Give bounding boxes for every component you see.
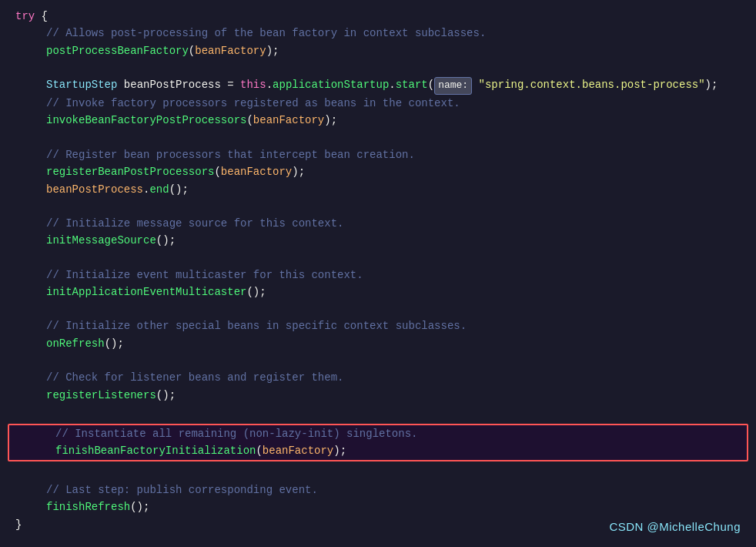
code-line-register-bean: registerBeanPostProcessors(beanFactory); — [0, 163, 756, 180]
code-editor: try { // Allows post-processing of the b… — [0, 0, 756, 547]
empty-line — [0, 129, 756, 146]
code-line-startup: StartupStep beanPostProcess = this . app… — [0, 76, 756, 95]
code-line-end: beanPostProcess.end(); — [0, 181, 756, 198]
empty-line — [0, 352, 756, 369]
code-line-comment3: // Register bean processors that interce… — [0, 146, 756, 163]
empty-line — [0, 300, 756, 317]
code-line-registerlisteners: registerListeners(); — [0, 387, 756, 404]
highlighted-block: // Instantiate all remaining (non-lazy-i… — [8, 424, 748, 461]
code-line-finishrefresh: finishRefresh(); — [0, 498, 756, 515]
code-line-comment2: // Invoke factory processors registered … — [0, 95, 756, 112]
code-line-comment1: // Allows post-processing of the bean fa… — [0, 25, 756, 42]
code-line-invoke: invokeBeanFactoryPostProcessors(beanFact… — [0, 112, 756, 129]
code-line-try: try { — [0, 8, 756, 25]
code-line-onrefresh: onRefresh(); — [0, 335, 756, 352]
watermark: CSDN @MichelleChung — [609, 520, 741, 533]
name-badge: name: — [434, 77, 472, 95]
empty-line — [0, 250, 756, 267]
code-line-comment4: // Initialize message source for this co… — [0, 215, 756, 232]
code-line-initevent: initApplicationEventMulticaster(); — [0, 284, 756, 300]
code-line-finish: finishBeanFactoryInitialization(beanFact… — [9, 442, 747, 459]
empty-line — [0, 59, 756, 76]
empty-line — [0, 404, 756, 421]
code-line-initmessage: initMessageSource(); — [0, 232, 756, 249]
code-line-postprocess: postProcessBeanFactory(beanFactory); — [0, 42, 756, 59]
code-line-comment8: // Instantiate all remaining (non-lazy-i… — [9, 425, 747, 442]
code-line-comment5: // Initialize event multicaster for this… — [0, 267, 756, 284]
empty-line — [0, 465, 756, 482]
empty-line — [0, 198, 756, 215]
code-line-comment6: // Initialize other special beans in spe… — [0, 317, 756, 334]
keyword-try: try — [15, 8, 35, 25]
code-line-comment9: // Last step: publish corresponding even… — [0, 482, 756, 498]
code-line-comment7: // Check for listener beans and register… — [0, 369, 756, 386]
